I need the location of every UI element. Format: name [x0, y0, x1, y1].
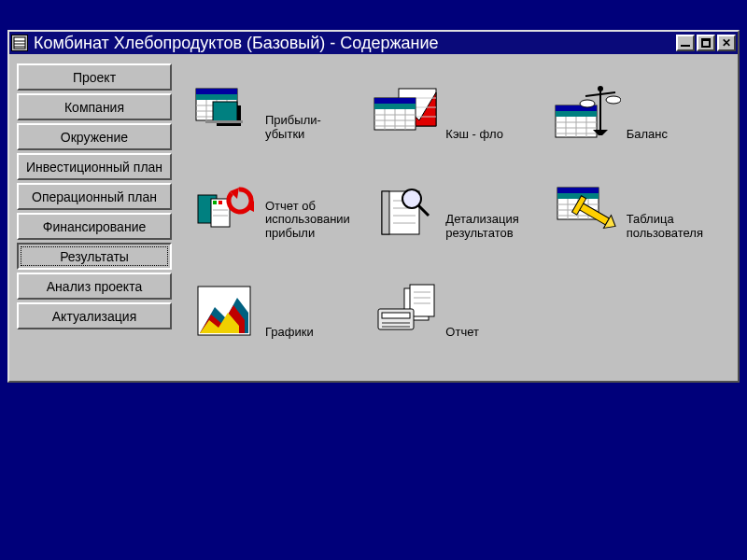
sidebar-item-label: Результаты [60, 249, 129, 264]
app-icon [11, 35, 28, 51]
sidebar-item-label: Компания [64, 100, 124, 115]
item-label: Кэш - фло [445, 128, 503, 145]
charts-icon [192, 281, 260, 343]
sidebar-item-label: Инвестиционный план [26, 160, 162, 175]
client-area: Проект Компания Окружение Инвестиционный… [9, 54, 738, 381]
sidebar-item-company[interactable]: Компания [17, 93, 172, 120]
item-label: Отчет [445, 326, 501, 343]
cash-flow-icon [373, 83, 440, 145]
titlebar: Комбинат Хлебопродуктов (Базовый) - Соде… [9, 32, 738, 54]
svg-rect-15 [205, 120, 243, 123]
window-controls: ✕ [676, 35, 736, 51]
item-user-table[interactable]: Таблица пользователя [554, 182, 725, 244]
item-label: Отчет об использовании прибыли [265, 200, 350, 244]
svg-rect-34 [382, 191, 389, 234]
item-balance[interactable]: Баланс [554, 83, 725, 145]
sidebar-item-operation-plan[interactable]: Операционный план [17, 183, 172, 210]
svg-rect-28 [218, 201, 222, 204]
svg-rect-55 [382, 322, 410, 324]
user-table-icon [554, 182, 621, 244]
svg-point-24 [606, 96, 621, 104]
sidebar-item-project[interactable]: Проект [17, 63, 172, 91]
sidebar-item-label: Актуализация [52, 309, 136, 324]
item-label: Детализация результатов [445, 213, 518, 244]
svg-point-22 [598, 86, 603, 91]
minimize-button[interactable] [676, 35, 695, 51]
sidebar-item-results[interactable]: Результаты [17, 243, 172, 270]
item-label: Баланс [627, 128, 683, 145]
window-title: Комбинат Хлебопродуктов (Базовый) - Соде… [34, 34, 676, 53]
item-label: Графики [265, 326, 321, 343]
app-window: Комбинат Хлебопродуктов (Базовый) - Соде… [7, 30, 740, 383]
svg-line-40 [418, 205, 429, 216]
balance-icon [554, 83, 621, 145]
profit-loss-icon [192, 83, 260, 145]
content-grid: Прибыли- убытки Кэш - фло [174, 60, 732, 375]
sidebar-item-environment[interactable]: Окружение [17, 123, 172, 150]
item-charts[interactable]: Графики [192, 281, 363, 343]
sidebar-item-label: Анализ проекта [47, 279, 142, 294]
item-profit-loss[interactable]: Прибыли- убытки [192, 83, 363, 145]
sidebar: Проект Компания Окружение Инвестиционный… [15, 60, 174, 375]
close-button[interactable]: ✕ [717, 35, 736, 51]
item-profit-usage[interactable]: Отчет об использовании прибыли [192, 182, 363, 244]
maximize-button[interactable] [697, 35, 715, 51]
sidebar-item-label: Финансирование [43, 219, 147, 234]
sidebar-item-investment-plan[interactable]: Инвестиционный план [17, 153, 172, 180]
svg-rect-27 [213, 201, 217, 204]
item-label: Прибыли- убытки [265, 114, 321, 145]
svg-rect-56 [382, 326, 410, 328]
item-detail-results[interactable]: Детализация результатов [373, 182, 543, 244]
sidebar-item-label: Проект [73, 70, 116, 85]
profit-usage-icon [192, 182, 260, 244]
report-icon [373, 281, 440, 343]
svg-rect-14 [213, 102, 237, 122]
item-label: Таблица пользователя [627, 213, 703, 244]
sidebar-item-label: Окружение [61, 130, 128, 145]
sidebar-item-project-analysis[interactable]: Анализ проекта [17, 273, 172, 300]
sidebar-item-label: Операционный план [32, 189, 157, 204]
sidebar-item-actualize[interactable]: Актуализация [17, 302, 172, 329]
item-cash-flow[interactable]: Кэш - фло [373, 83, 543, 145]
sidebar-item-financing[interactable]: Финансирование [17, 213, 172, 240]
detail-results-icon [373, 182, 440, 244]
item-report[interactable]: Отчет [373, 281, 543, 343]
svg-rect-54 [382, 313, 410, 318]
svg-point-23 [580, 100, 595, 107]
